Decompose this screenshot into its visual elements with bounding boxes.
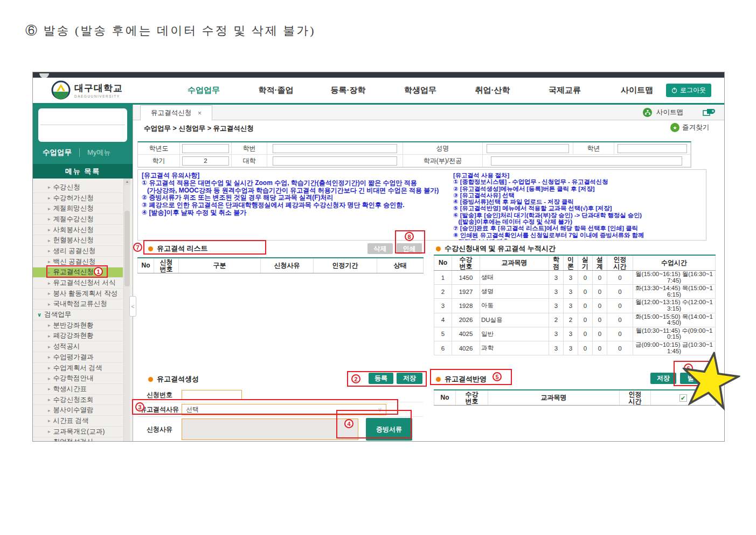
triangle-icon: ▸ [48,376,51,381]
sidebar-group-search[interactable]: ∨검색업무 [33,310,123,320]
breadcrumb: 수업업무 > 신청업무 > 유고결석신청 [144,124,254,133]
nav-registration[interactable]: 등록·장학 [312,85,384,95]
absence-list-title: 유고결석 리스트 [148,244,208,253]
scroll-up-icon[interactable]: ▲ [124,179,130,185]
sidebar-item-label: 수업계획서 검색 [53,363,102,373]
sidebar-item-sugang-inquiry[interactable]: ▸수강신청조회 [33,395,123,406]
sidebar-tab-classwork[interactable]: 수업업무 [43,148,72,157]
header: 대구대학교 DAEGUUNIVERSITY 수업업무 학적·졸업 등록·장학 학… [33,78,724,103]
register-button[interactable]: 등록 [369,373,393,384]
sidebar-item-label: 폐강강좌현황 [53,331,94,340]
nav-sitemap[interactable]: 사이트맵 [601,85,673,95]
col-recognized: 인정 시간 [607,255,633,271]
sidebar-tabs: 수업업무 My메뉴 [33,145,133,160]
sidebar-item-syllabus-search[interactable]: ▸수업계획서 검색 [33,363,123,374]
sidebar-tab-mymenu[interactable]: My메뉴 [87,148,110,157]
sidebar-item-social-service[interactable]: ▸사회봉사신청 [33,225,123,236]
name-input[interactable] [487,144,570,153]
triangle-icon: ▸ [48,270,51,275]
nav-records[interactable]: 학적·졸업 [240,85,312,95]
annotation-3: 3 [135,402,144,411]
sidebar-item-clipped[interactable]: ▸취업적성검사 [33,437,123,442]
notice-line: ① [종합정보시스템] - 수업업무 - 신청업무 - 유고결석신청 [453,179,702,185]
sidebar-item-excused-absence[interactable]: ▸유고결석신청 [33,268,123,278]
college-label: 대학 [232,155,267,167]
apply-no-input[interactable] [182,390,242,400]
window-topbar [33,72,724,78]
save-apply-button[interactable]: 저장 [650,373,676,384]
sidebar-item-menstrual-absence[interactable]: ▸생리 공결신청 [33,246,123,257]
power-icon [671,87,677,93]
sitemap-link[interactable]: 사이트맵 [656,108,683,117]
page-title: ⑥ 발송 (발송 후에는 데이터 수정 및 삭제 불가) [25,23,316,39]
col-reason: 신청사유 [261,258,314,273]
bullet-icon [436,246,441,251]
save-create-button[interactable]: 저장 [397,373,422,384]
college-input[interactable] [273,156,397,166]
scrollbar-thumb[interactable] [124,211,130,286]
nav-classwork[interactable]: 수업업무 [168,85,240,95]
sidebar-item-sugang[interactable]: ▸수강신청 [33,182,123,193]
sidebar-item-grade-post[interactable]: ▸성적공시 [33,341,123,352]
sidebar-item-excused-absence-form[interactable]: ▸유고결석신청서 서식 [33,278,123,289]
logout-button[interactable]: 로그아웃 [666,84,711,97]
tab-close-icon[interactable]: × [198,109,202,117]
sidebar-menu-list: ▸수강신청 ▸수강허가신청 ▸계절희망신청 ▸계절수강신청 ▸사회봉사신청 ▸헌… [33,182,123,442]
sidebar-item-seasonal-sugang[interactable]: ▸계절수강신청 [33,214,123,225]
sidebar-item-service-record[interactable]: ▸봉사이수열람 [33,405,123,416]
reason-type-select[interactable]: 선택 ∨ [182,404,386,415]
sidebar-item-timetable-search[interactable]: ▸시간표 검색 [33,416,123,427]
table-row: 64026과학33000금(09:00~10:15) 금(10:30~11:45… [434,341,716,355]
tab-excused-absence[interactable]: 유고결석신청 × [140,105,212,120]
sidebar-menu-title: 메뉴 목록 [33,164,133,179]
notice-cautions-title: [유고결석 유의사항] [142,172,453,180]
dept-input[interactable] [491,156,682,166]
favorite-link[interactable]: 즐겨찾기 [682,123,709,132]
favorite-star-icon: ★ [670,123,679,132]
sidebar-item-blood-service[interactable]: ▸헌혈봉사신청 [33,235,123,246]
sidebar-group-label: 검색업무 [44,310,71,319]
sidebar-item-course-overview[interactable]: ▸교과목개요(교과) [33,427,123,437]
col-class-time: 수업시간 [633,255,716,271]
notice-line: ② [유고결석생성]메뉴에서 [등록]버튼 클릭 후 [저장] [453,186,702,192]
evidence-docs-button[interactable]: 증빙서류 [366,418,412,441]
nav-career[interactable]: 취업·산학 [456,85,529,95]
sidebar-collapse-handle[interactable]: < [129,296,136,317]
sidebar-tab-divider [79,148,80,157]
year-input[interactable] [182,144,229,153]
sidebar-item-service-plan[interactable]: ▸봉사 활동계획서 작성 [33,289,123,299]
notice-line: ③ [유고결석사유] 선택 [453,192,702,198]
sidebar-item-vaccine-absence[interactable]: ▸백신 공결신청 [33,257,123,268]
enrollment-table: No 수강 번호 교과목명 학 점 이 론 실 기 설 계 인정 시간 수업시간… [434,255,716,355]
delete-button[interactable]: 삭제 [367,243,393,254]
window-popout-icon[interactable] [703,108,716,117]
sidebar-item-label: 계절수강신청 [53,215,94,224]
grade-input[interactable] [618,144,688,153]
sidebar-item-domestic-credit[interactable]: ▸국내학점교류신청 [33,299,123,310]
bullet-icon [436,377,441,382]
sidebar-item-label: 취업적성검사 [53,437,94,442]
print-button[interactable]: 인쇄 [397,243,422,254]
sidebar-item-credit-guide[interactable]: ▸수강학점안내 [33,373,123,384]
semester-input[interactable] [182,156,229,166]
nav-international[interactable]: 국제교류 [529,85,601,95]
nav-student[interactable]: 학생업무 [384,85,456,95]
sidebar-item-sugang-permit[interactable]: ▸수강허가신청 [33,193,123,204]
notice-line: ⑧ 인쇄된 유고결석확인서를 신청일로부터 7일 이내에 증빙서류와 함께 [453,232,702,238]
sidebar-item-closed-course[interactable]: ▸폐강강좌현황 [33,331,123,342]
university-logo[interactable]: 대구대학교 DAEGUUNIVERSITY [51,80,123,100]
sidebar-item-label: 수업평가결과 [53,353,94,362]
tab-label: 유고결석신청 [151,108,191,118]
sidebar-item-seasonal-hope[interactable]: ▸계절희망신청 [33,203,123,214]
studentid-input[interactable] [273,144,397,153]
notice-line: ③ 폐강으로 인한 유고결석은 단과대학행정실에서 폐강과목 수강신청자 명단 … [142,202,453,209]
triangle-icon: ▸ [48,323,51,328]
col-course-no: 수강 번호 [452,255,480,271]
sidebar-item-label: 수강신청 [53,183,80,192]
reason-textarea[interactable] [182,419,358,440]
sidebar-item-class-eval[interactable]: ▸수업평가결과 [33,352,123,363]
sidebar-item-label: 분반강좌현황 [53,321,94,330]
sidebar-item-student-timetable[interactable]: ▸학생시간표 [33,384,123,395]
notice-line: ⑤ [유고결석반영] 메뉴에서 적용할 교과목 선택(√)후 [저장] [453,205,702,211]
sidebar-item-section-status[interactable]: ▸분반강좌현황 [33,320,123,331]
